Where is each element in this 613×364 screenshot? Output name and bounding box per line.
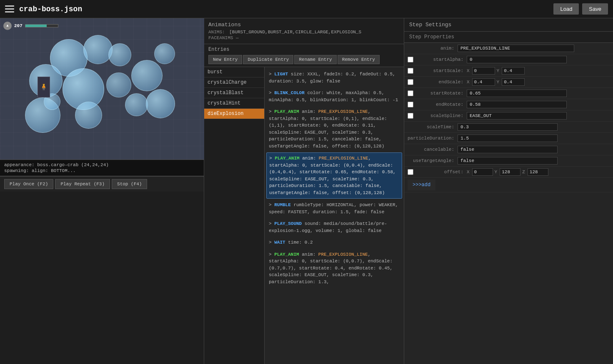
stop-button[interactable]: Stop (F4) [112,179,147,189]
step-play-anim-3[interactable]: > PLAY_ANIM anim: PRE_EXPLOSION_LINE, st… [266,249,402,288]
play-repeat-button[interactable]: Play Repeat (F3) [55,179,110,189]
left-panel: ▲ 207 [0,18,204,364]
endscale-y-input[interactable] [502,78,525,86]
offset-z-label: Z [522,170,525,175]
anim-input[interactable] [458,45,574,52]
step-cmd-rumble: RUMBLE [274,202,291,207]
offset-z-input[interactable] [528,168,548,176]
load-button[interactable]: Load [553,3,579,15]
startalpha-input[interactable] [467,56,567,63]
usetargetangle-input[interactable] [458,157,558,165]
step-play-anim-1[interactable]: > PLAY_ANIM anim: PRE_EXPLOSION_LINE, st… [266,106,402,152]
startrotate-input[interactable] [467,90,567,97]
hamburger-menu[interactable] [5,5,14,12]
prop-row-particleduration: particleDuration: [404,133,613,144]
step-cmd-blink: BLINK_COLOR [274,90,305,95]
add-button[interactable]: >>>add [408,180,435,190]
scaletime-input[interactable] [458,123,558,131]
step-cmd-sound: PLAY_SOUND [274,221,302,226]
anim-section-title: Animations [208,22,400,28]
cancelable-label: cancelable: [408,147,458,152]
step-play2-text: anim: [302,156,319,161]
character-sprite: 🧍 [38,77,50,97]
play-controls: Play Once (F2) Play Repeat (F3) Stop (F4… [0,176,204,192]
startscale-x-input[interactable] [472,67,495,75]
step-cmd-play1: PLAY_ANIM [274,109,299,114]
prop-row-startscale: startScale: X Y [404,65,613,77]
spawning-text: spawning: align: BOTTOM... [4,168,200,173]
startalpha-checkbox[interactable] [408,57,413,62]
hud-icon: ▲ [3,22,12,30]
entry-crystalcharge[interactable]: crystalCharge [204,77,264,88]
anims-value: [BURST_GROUND,BURST_AIR,CIRCLE_LARGE,EXP… [229,30,361,35]
startscale-multi: X Y [467,67,525,75]
prop-row-endscale: endScale: X Y [404,77,613,88]
game-canvas: ▲ 207 [0,18,204,160]
entry-crystalblast[interactable]: crystalBlast [204,88,264,98]
prop-row-anim: anim: [404,43,613,54]
step-play3-anim: PRE_EXPLOSION_LINE [318,252,368,257]
offset-x-input[interactable] [472,168,493,176]
startscale-x-label: X [467,68,470,73]
entry-burst[interactable]: burst [204,67,264,77]
health-fill [25,25,47,27]
step-cmd-wait: WAIT [274,240,285,245]
mid-panel: Animations ANIMS: [BURST_GROUND,BURST_AI… [204,18,404,364]
startscale-checkbox[interactable] [408,68,413,74]
anim-label: anim: [408,46,458,51]
steps-list[interactable]: > LIGHT size: XXXL, fadeIn: 0.2, fadeOut… [265,67,404,364]
prop-row-cancelable: cancelable: [404,144,613,155]
scalespline-label: scaleSpline: [417,113,467,118]
startrotate-label: startRotate: [417,91,467,96]
prop-row-startrotate: startRotate: [404,88,613,99]
right-panel: Step Settings Step Properties anim: star… [404,18,613,364]
step-blink-color[interactable]: > BLINK_COLOR color: white, maxAlpha: 0.… [266,87,402,105]
startscale-y-label: Y [497,68,500,73]
prop-row-add: >>>add [404,178,613,192]
step-play2-rest: , startAlpha: 0, startScale: (0,0.4), en… [269,156,396,195]
startrotate-checkbox[interactable] [408,90,413,96]
entry-crystalhint[interactable]: crystalHint [204,98,264,109]
remove-entry-button[interactable]: Remove Entry [338,55,380,64]
health-bar [25,24,58,27]
save-button[interactable]: Save [582,3,608,15]
hud-bar: ▲ 207 [3,22,58,30]
scalespline-checkbox[interactable] [408,113,413,119]
rename-entry-button[interactable]: Rename Entry [294,55,336,64]
startscale-label: startScale: [417,68,467,73]
endscale-x-input[interactable] [472,78,495,86]
entries-label: Entries [208,47,400,52]
startalpha-label: startAlpha: [417,57,467,62]
scalespline-input[interactable] [467,112,567,120]
usetargetangle-label: useTargetAngle: [408,158,458,163]
endscale-checkbox[interactable] [408,79,413,85]
anim-list-str: ANIMS: [BURST_GROUND,BURST_AIR,CIRCLE_LA… [208,30,400,35]
endrotate-checkbox[interactable] [408,102,413,107]
new-entry-button[interactable]: New Entry [208,55,242,64]
face-anims: FACEANIMS — [208,35,400,40]
appearance-info: appearance: boss.cargo-crab (24,24,24) s… [0,160,204,176]
step-play1-anim: PRE_EXPLOSION_LINE [318,109,368,114]
step-light[interactable]: > LIGHT size: XXXL, fadeIn: 0.2, fadeOut… [266,69,402,87]
startscale-y-input[interactable] [502,67,525,75]
particleduration-input[interactable] [458,135,558,142]
entries-list: burst crystalCharge crystalBlast crystal… [204,67,265,364]
endrotate-input[interactable] [467,101,567,108]
appearance-text: appearance: boss.cargo-crab (24,24,24) [4,162,200,167]
offset-y-input[interactable] [500,168,520,176]
step-cmd-play3: PLAY_ANIM [274,252,299,257]
step-play-sound[interactable]: > PLAY_SOUND sound: media/sound/battle/p… [266,218,402,236]
step-rumble[interactable]: > RUMBLE rumbleType: HORIZONTAL, power: … [266,199,402,217]
step-play-anim-2[interactable]: > PLAY_ANIM anim: PRE_EXPLOSION_LINE, st… [266,152,402,199]
offset-multi: X Y Z [467,168,548,176]
step-light-text: size: XXXL, fadeIn: 0.2, fadeOut: 0.5, d… [269,72,395,84]
play-once-button[interactable]: Play Once (F2) [4,179,53,189]
cancelable-input[interactable] [458,146,558,153]
entry-dieexplosion[interactable]: dieExplosion [204,109,264,119]
endrotate-label: endRotate: [417,102,467,107]
entry-buttons: New Entry Duplicate Entry Rename Entry R… [208,55,400,64]
step-wait[interactable]: > WAIT time: 0.2 [266,237,402,248]
endscale-x-label: X [467,80,470,85]
offset-checkbox[interactable] [408,169,413,175]
duplicate-entry-button[interactable]: Duplicate Entry [243,55,293,64]
